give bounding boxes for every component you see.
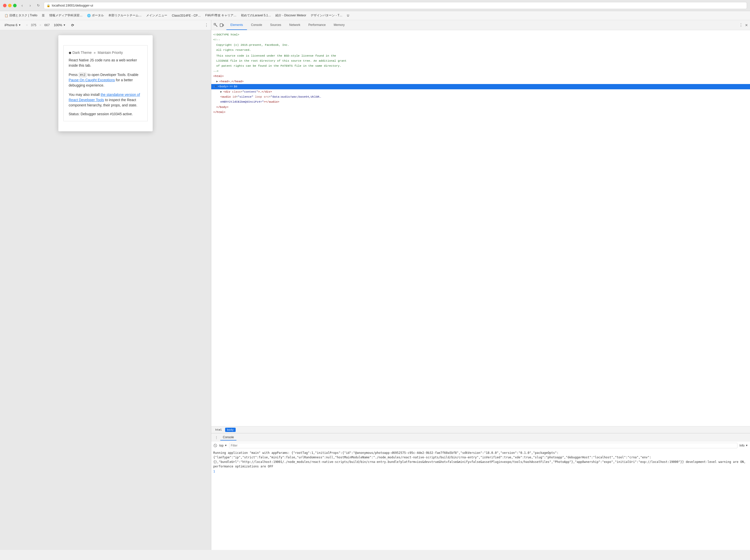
rotate-button[interactable]: ⟳	[70, 22, 76, 28]
inspect-element-button[interactable]	[213, 23, 218, 28]
console-toolbar: top ▼ Info ▼	[211, 441, 750, 449]
bookmark-4[interactable]: 本部リクルートチーム…	[106, 12, 144, 19]
nav-buttons: ‹ › ↻	[19, 2, 42, 9]
console-tab[interactable]: Console	[220, 435, 237, 440]
svg-rect-3	[223, 24, 224, 26]
console-line-1: Running application "main" with appParam…	[213, 450, 748, 469]
elements-area: <!DOCTYPE html> <!-- Copyright (c) 2015-…	[211, 30, 750, 426]
address-text: localhost:19001/debugger-ui	[52, 3, 93, 7]
svg-rect-2	[220, 24, 223, 27]
tab-elements[interactable]: Elements	[226, 20, 247, 30]
bookmark-8[interactable]: 初めてのLaravel 5.1…	[239, 12, 273, 19]
para1: React Native JS code runs as a web worke…	[69, 58, 142, 68]
minimize-button[interactable]	[8, 4, 12, 7]
bookmark-label: 情報メディア学科演習…	[49, 13, 82, 18]
bookmark-label: FI科/FI専攻 キャリア…	[205, 13, 237, 18]
zoom-dropdown-icon: ▼	[63, 24, 66, 26]
bookmark-label: 目標とタスク | Trello	[9, 13, 37, 18]
bookmark-label: 本部リクルートチーム…	[108, 13, 142, 18]
bookmark-u[interactable]: U	[345, 13, 351, 18]
console-filter-input[interactable]	[229, 443, 737, 448]
devtools-more-button[interactable]: ⋮	[739, 23, 743, 27]
bookmark-label: ポータル	[92, 13, 104, 18]
main-content: iPhone 6 ▼ × 375 × 667 100% ▼ ⟳ ⋮	[0, 20, 750, 550]
devtools-panel: Elements Console Sources Network Perform…	[211, 20, 750, 550]
bookmark-1[interactable]: 並	[40, 12, 47, 19]
console-output[interactable]: Running application "main" with appParam…	[211, 449, 750, 550]
traffic-lights	[3, 4, 17, 7]
bookmark-portal[interactable]: 🌐 ポータル	[85, 12, 106, 19]
html-line-audio: <audio id="silence" loop src="data:audio…	[211, 94, 750, 99]
console-context-selector[interactable]: top ▼	[219, 444, 227, 447]
iphone-content: ◆ Dark Theme » Maintain Priority React N…	[58, 35, 153, 131]
bookmark-2[interactable]: 情報メディア学科演習…	[47, 12, 84, 19]
bookmarks-bar: 📋 目標とタスク | Trello 並 情報メディア学科演習… 🌐 ポータル 本…	[0, 11, 750, 20]
html-line-body[interactable]: …▼<body>==$0	[211, 84, 750, 89]
width-value: 375	[31, 23, 37, 27]
device-name: iPhone 6	[4, 23, 17, 27]
html-line-rights: All rights reserved.	[211, 47, 750, 53]
console-clear-button[interactable]	[213, 443, 217, 447]
devtools-close-button[interactable]: ✕	[745, 23, 748, 27]
device-mode-button[interactable]	[219, 23, 224, 28]
bookmark-6[interactable]: Class/2014FE - CP…	[170, 13, 203, 18]
bookmark-9[interactable]: 紹介 - Discover Meteor	[273, 12, 308, 19]
html-line-head[interactable]: ▶<head>…</head>	[211, 79, 750, 84]
html-line-html-close: </html>	[211, 110, 750, 115]
bookmark-label: メインメニュー	[146, 13, 167, 18]
svg-line-5	[215, 445, 216, 446]
maximize-button[interactable]	[13, 4, 17, 7]
secure-icon: 🔒	[46, 4, 50, 7]
title-bar: ‹ › ↻ 🔒 localhost:19001/debugger-ui	[0, 0, 750, 11]
tab-console[interactable]: Console	[247, 20, 266, 30]
html-line-comment-close: -->	[211, 69, 750, 74]
html-line-copyright: Copyright (c) 2015-present, Facebook, In…	[211, 42, 750, 47]
html-line-license3: of patent rights can be found in the PAT…	[211, 63, 750, 68]
bookmark-trello[interactable]: 📋 目標とタスク | Trello	[2, 12, 39, 19]
bookmark-label: 紹介 - Discover Meteor	[276, 13, 306, 18]
height-value: 667	[44, 23, 50, 27]
close-button[interactable]	[3, 4, 6, 7]
status-text: Status: Debugger session #10345 active.	[69, 112, 142, 116]
back-button[interactable]: ‹	[19, 2, 26, 9]
tab-network[interactable]: Network	[285, 20, 304, 30]
console-level-selector[interactable]: Info ▼	[739, 444, 748, 447]
bookmark-label: 並	[42, 13, 45, 18]
breadcrumb-html[interactable]: html	[213, 428, 224, 432]
html-line-comment-open: <!--	[211, 37, 750, 42]
zoom-selector[interactable]: 100% ▼	[52, 22, 68, 28]
html-line-html-open: <html>	[211, 74, 750, 79]
browser-window: ‹ › ↻ 🔒 localhost:19001/debugger-ui 📋 目標…	[0, 0, 750, 550]
context-value: top	[219, 444, 224, 447]
tab-memory[interactable]: Memory	[330, 20, 349, 30]
bookmark-label: U	[347, 14, 349, 17]
svg-line-1	[216, 25, 217, 27]
pause-exceptions-link[interactable]: Pause On Caught Exceptions	[69, 78, 115, 82]
bookmark-5[interactable]: メインメニュー	[144, 12, 169, 19]
more-options-button[interactable]: ⋮	[204, 23, 208, 27]
console-header: ⋮ Console	[211, 433, 750, 441]
dark-theme-label: ◆ Dark Theme » Maintain Priority	[69, 51, 142, 55]
bookmark-label: デザインパターン - T…	[311, 13, 342, 18]
bookmark-label: 初めてのLaravel 5.1…	[241, 13, 271, 18]
simulator-area: iPhone 6 ▼ × 375 × 667 100% ▼ ⟳ ⋮	[0, 20, 211, 550]
html-line-body-close: </body>	[211, 105, 750, 110]
forward-button[interactable]: ›	[27, 2, 34, 9]
debug-info-box: ◆ Dark Theme » Maintain Priority React N…	[63, 45, 148, 121]
bookmark-10[interactable]: デザインパターン - T…	[309, 12, 344, 19]
device-selector[interactable]: iPhone 6 ▼	[2, 22, 23, 28]
simulator-toolbar: iPhone 6 ▼ × 375 × 667 100% ▼ ⟳ ⋮	[0, 20, 211, 30]
refresh-button[interactable]: ↻	[35, 2, 42, 9]
tab-sources[interactable]: Sources	[266, 20, 285, 30]
level-value: Info	[739, 444, 745, 447]
breadcrumb-bar: html body	[211, 426, 750, 433]
breadcrumb-body[interactable]: body	[225, 428, 236, 432]
tab-performance[interactable]: Performance	[304, 20, 330, 30]
zoom-value: 100%	[54, 23, 62, 27]
html-line-div-content[interactable]: ▶<div class="content">…</div>	[211, 89, 750, 94]
bookmark-7[interactable]: FI科/FI専攻 キャリア…	[203, 12, 239, 19]
console-line-num: 1	[213, 469, 748, 474]
address-bar[interactable]: 🔒 localhost:19001/debugger-ui	[44, 2, 747, 9]
console-more-button[interactable]: ⋮	[213, 435, 219, 440]
device-dropdown-icon: ▼	[18, 24, 21, 26]
